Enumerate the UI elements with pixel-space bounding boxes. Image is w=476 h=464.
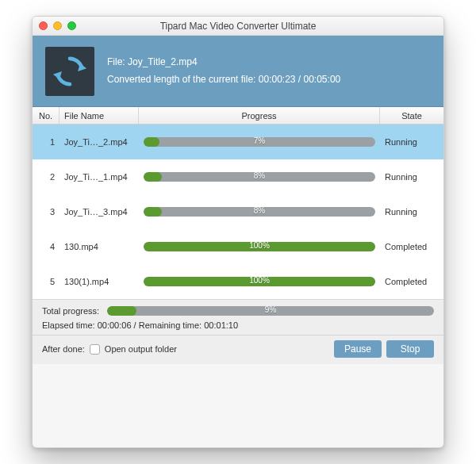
row-progress: 8%	[139, 172, 380, 182]
col-header-name[interactable]: File Name	[60, 107, 139, 124]
total-progress-pct: 9%	[107, 306, 434, 314]
progress-pct: 8%	[144, 172, 375, 180]
convert-icon	[45, 47, 94, 96]
row-filename: 130(1).mp4	[60, 277, 139, 286]
progress-pct: 100%	[144, 277, 375, 285]
row-no: 3	[33, 207, 60, 217]
progress-pct: 8%	[144, 207, 375, 215]
col-header-no[interactable]: No.	[33, 107, 60, 124]
row-filename: Joy_Ti…_2.mp4	[60, 137, 139, 147]
window-title: Tipard Mac Video Converter Ultimate	[33, 21, 443, 32]
open-output-folder-label[interactable]: Open output folder	[105, 344, 177, 354]
maximize-icon[interactable]	[67, 21, 76, 30]
app-window: Tipard Mac Video Converter Ultimate File…	[32, 16, 444, 448]
row-no: 1	[33, 137, 60, 147]
row-progress: 100%	[139, 242, 380, 251]
table-row[interactable]: 3Joy_Ti…_3.mp48%Running	[33, 194, 443, 229]
time-line: Elapsed time: 00:00:06 / Remaining time:…	[42, 320, 434, 330]
table-row[interactable]: 2Joy_Ti…_1.mp48%Running	[33, 159, 443, 194]
file-prefix: File:	[107, 56, 128, 67]
row-progress: 7%	[139, 137, 380, 147]
row-state: Running	[380, 172, 443, 182]
remaining-time: 00:01:10	[204, 320, 238, 330]
total-progress-label: Total progress:	[42, 306, 99, 316]
pause-button[interactable]: Pause	[334, 340, 382, 358]
progress-pct: 7%	[144, 137, 375, 145]
progress-bar: 100%	[144, 242, 375, 251]
stop-button[interactable]: Stop	[386, 340, 434, 358]
after-done-label: After done:	[42, 344, 85, 354]
row-progress: 100%	[139, 277, 380, 286]
table-header: No. File Name Progress State	[33, 107, 443, 125]
row-state: Running	[380, 207, 443, 217]
minimize-icon[interactable]	[53, 21, 62, 30]
progress-bar: 8%	[144, 207, 375, 217]
progress-bar: 7%	[144, 137, 375, 147]
total-length: 00:05:00	[304, 74, 341, 85]
table-row[interactable]: 4130.mp4100%Completed	[33, 229, 443, 264]
banner-text: File: Joy_Title_2.mp4 Converted length o…	[107, 54, 340, 88]
col-header-progress[interactable]: Progress	[139, 107, 380, 124]
row-state: Running	[380, 137, 443, 147]
total-progress-bar: 9%	[107, 306, 434, 316]
row-filename: Joy_Ti…_1.mp4	[60, 172, 139, 182]
progress-prefix: Converted length of the current file:	[107, 74, 259, 85]
elapsed-time: 00:00:06	[98, 320, 132, 330]
window-controls	[39, 21, 76, 30]
footer: Total progress: 9% Elapsed time: 00:00:0…	[33, 299, 443, 364]
titlebar: Tipard Mac Video Converter Ultimate	[33, 17, 443, 36]
row-no: 2	[33, 172, 60, 182]
row-state: Completed	[380, 277, 443, 286]
table-body: 1Joy_Ti…_2.mp47%Running2Joy_Ti…_1.mp48%R…	[33, 125, 443, 299]
row-filename: Joy_Ti…_3.mp4	[60, 207, 139, 217]
row-progress: 8%	[139, 207, 380, 217]
current-file-name: Joy_Title_2.mp4	[128, 56, 198, 67]
divider	[33, 335, 443, 336]
elapsed-length: 00:00:23	[259, 74, 296, 85]
progress-bar: 100%	[144, 277, 375, 286]
close-icon[interactable]	[39, 21, 48, 30]
row-filename: 130.mp4	[60, 242, 139, 251]
row-no: 4	[33, 242, 60, 251]
open-output-folder-checkbox[interactable]	[90, 344, 100, 355]
col-header-state[interactable]: State	[380, 107, 443, 124]
current-file-banner: File: Joy_Title_2.mp4 Converted length o…	[33, 36, 443, 107]
table-row[interactable]: 5130(1).mp4100%Completed	[33, 264, 443, 299]
table-row[interactable]: 1Joy_Ti…_2.mp47%Running	[33, 125, 443, 159]
row-no: 5	[33, 277, 60, 286]
row-state: Completed	[380, 242, 443, 251]
progress-pct: 100%	[144, 242, 375, 250]
progress-bar: 8%	[144, 172, 375, 182]
